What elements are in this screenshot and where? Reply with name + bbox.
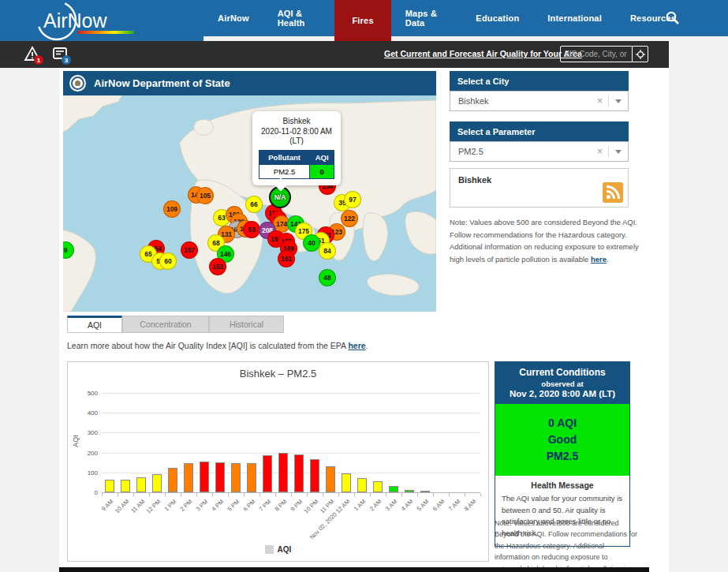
forecast-icon[interactable]: 3 [51,46,69,65]
tooltip-aqi-value: 0 [310,164,334,178]
chart-bar [231,463,241,492]
nav-menu: AirNowAQI & HealthFiresMaps & DataEducat… [203,0,690,41]
plot-area [102,393,480,492]
select-parameter-header: Select a Parameter [450,122,629,141]
map-marker[interactable]: 105 [196,187,214,204]
nav-item-maps-data[interactable]: Maps & Data [391,0,462,36]
y-tick-label: 300 [73,429,98,436]
conditions-observed-at: observed at [498,379,626,388]
map-marker[interactable]: 153 [209,258,226,275]
clear-city-icon[interactable]: × [592,95,609,107]
rss-feed-box: Bishkek [450,168,629,207]
sidebar-note-link[interactable]: here [591,255,607,264]
map-marker[interactable]: 84 [319,242,336,260]
map-marker[interactable]: 66 [245,196,263,213]
gridline [102,473,480,473]
chart-bar [105,480,114,492]
map-marker[interactable]: 161 [278,250,295,267]
city-select[interactable]: Bishkek × [450,91,629,111]
current-forecast-link[interactable]: Get Current and Forecast Air Quality for… [384,49,582,58]
tooltip-col-aqi: AQI [310,150,334,164]
airnow-logo[interactable]: AirNow [0,0,203,41]
select-city-header: Select a City [450,71,629,91]
tooltip-pollutant-value: PM2.5 [259,164,310,178]
gridline [102,393,480,394]
sidebar-note: Note: Values above 500 are considered Be… [450,216,639,266]
gridline [102,432,480,433]
gridline [102,453,480,454]
map-marker[interactable]: 97 [344,191,361,208]
map-marker[interactable]: 40 [303,234,320,252]
chart-tabs: AQIConcentrationHistorical [67,316,284,333]
y-tick-label: 400 [73,409,98,417]
chart-bar [357,478,367,492]
nav-item-airnow[interactable]: AirNow [203,0,263,36]
map-panel-title: AirNow Department of State [94,77,230,89]
health-message-title: Health Message [502,480,623,490]
chart-bar [136,477,146,492]
aqi-value: 0 AQI [498,415,626,432]
chart-bar [247,463,256,492]
map-marker[interactable]: 53 [243,221,260,238]
parameter-select-value: PM2.5 [458,147,483,156]
chart-bar [342,473,351,492]
map-marker[interactable]: 48 [319,269,336,286]
state-department-seal-icon [69,75,86,92]
alert-icon[interactable]: 1 [24,46,41,65]
logo-text: AirNow [43,9,108,32]
parameter-select[interactable]: PM2.5 × [450,141,629,162]
clear-parameter-icon[interactable]: × [592,146,609,157]
aqi-status-box: 0 AQI Good PM2.5 [495,404,629,476]
x-axis-ticks [102,493,481,496]
aqi-pollutant: PM2.5 [498,448,626,465]
chart-bar [121,480,130,492]
conditions-datetime: Nov 2, 2020 8:00 AM (LT) [498,389,626,398]
conditions-note: Note: Values above 500 are considered Be… [495,518,638,572]
search-icon[interactable] [666,11,679,28]
alert-badge: 1 [34,55,43,65]
y-tick-label: 200 [73,450,98,457]
y-axis-label: AQI [72,435,80,447]
zip-search-box [560,46,648,62]
chart-bar [294,454,304,492]
nav-item-international[interactable]: International [533,0,616,36]
y-tick-label: 100 [73,469,98,477]
map-marker[interactable]: 60 [159,252,177,270]
chart-bar [184,463,193,492]
nav-item-aqi-health[interactable]: AQI & Health [263,0,335,36]
rss-icon[interactable] [603,182,623,203]
tooltip-city: Bishkek [257,117,336,127]
nav-item-fires[interactable]: Fires [334,0,390,41]
zip-input[interactable] [561,47,632,62]
chart-bar [152,474,162,492]
tab-historical[interactable]: Historical [209,316,284,333]
map-marker[interactable]: 109 [163,200,181,218]
y-tick-label: 500 [73,390,98,397]
nav-item-education[interactable]: Education [461,0,533,36]
tab-aqi[interactable]: AQI [67,316,122,333]
map-panel-header: AirNow Department of State [63,71,436,95]
y-tick-label: 0 [73,489,98,496]
chart-bar [168,468,177,492]
chevron-down-icon[interactable] [615,99,622,103]
chart-bar [278,453,288,492]
chart-bar [389,486,398,492]
map-marker[interactable]: 157 [181,241,198,259]
rss-city-label: Bishkek [458,175,491,185]
learn-more-text: Learn more about how the Air Quality Ind… [67,341,368,350]
chart-bar [326,466,335,492]
locate-icon[interactable] [632,47,648,62]
tooltip-col-pollutant: Pollutant [259,150,310,164]
chart-bar [310,459,319,492]
tab-concentration[interactable]: Concentration [122,316,209,333]
chart-title: Bishkek – PM2.5 [68,368,488,379]
world-map[interactable]: 14110510963109130N/A12853131681461539154… [63,95,436,312]
main-content: AirNow Department of State 1411051096310… [59,68,669,572]
tooltip-table: Pollutant AQI PM2.5 0 [259,150,334,179]
chart-bar [373,481,383,492]
chevron-down-icon[interactable] [615,150,622,154]
map-marker[interactable]: 122 [341,210,358,227]
epa-link[interactable]: here [348,341,365,350]
conditions-title: Current Conditions [498,367,626,378]
conditions-header: Current Conditions observed at Nov 2, 20… [495,362,629,404]
